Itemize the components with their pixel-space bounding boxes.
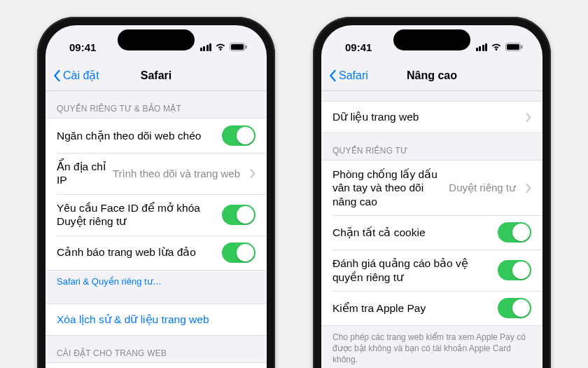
settings-content: Quyền riêng tư & bảo mật Ngăn chặn theo … <box>46 91 267 368</box>
cellular-icon <box>476 43 488 51</box>
group-privacy: Ngăn chặn theo dõi web chéo Ẩn địa chỉ I… <box>46 118 267 271</box>
toggle-switch[interactable] <box>222 205 255 225</box>
row-label: Đánh giá quảng cáo bảo vệ quyền riêng tư <box>332 257 491 284</box>
row-label: Dữ liệu trang web <box>332 110 519 123</box>
back-button[interactable]: Safari <box>328 69 368 82</box>
row-hide-ip[interactable]: Ẩn địa chỉ IP Trình theo dõi và trang we… <box>46 153 267 194</box>
svg-rect-5 <box>522 46 523 49</box>
chevron-left-icon <box>52 69 61 82</box>
svg-rect-4 <box>507 44 519 50</box>
wifi-icon <box>491 43 502 51</box>
toggle-switch[interactable] <box>222 125 255 146</box>
chevron-right-icon <box>526 184 531 193</box>
page-title: Safari <box>141 69 172 82</box>
row-prevent-cross-site-tracking[interactable]: Ngăn chặn theo dõi web chéo <box>46 118 267 153</box>
row-require-faceid[interactable]: Yêu cầu Face ID để mở khóa Duyệt riêng t… <box>46 194 267 236</box>
row-fraudulent-warning[interactable]: Cảnh báo trang web lừa đảo <box>46 236 267 270</box>
back-button[interactable]: Cài đặt <box>52 69 99 82</box>
phone-left: 09:41 Cài đặt Safari Quyền riêng tư & bả… <box>37 17 275 368</box>
row-check-apple-pay[interactable]: Kiểm tra Apple Pay <box>321 291 542 325</box>
phone-right: 09:41 Safari Nâng cao Dữ liệu <box>313 17 551 368</box>
row-label: Cảnh báo trang web lừa đảo <box>57 245 215 259</box>
privacy-footer-link[interactable]: Safari & Quyền riêng tư… <box>46 271 267 289</box>
toggle-switch[interactable] <box>222 243 255 263</box>
svg-rect-2 <box>246 46 247 49</box>
toggle-switch[interactable] <box>498 298 531 318</box>
section-header-website-settings: Cài đặt cho trang web <box>46 336 267 362</box>
row-value: Duyệt riêng tư <box>449 182 516 194</box>
nav-bar: Safari Nâng cao <box>321 60 542 91</box>
back-label: Safari <box>339 69 368 82</box>
row-label: Phòng chống lấy dấu vân tay và theo dõi … <box>332 168 442 208</box>
row-label: Chặn tất cả cookie <box>332 226 491 239</box>
status-time: 09:41 <box>345 41 372 53</box>
status-time: 09:41 <box>69 41 96 53</box>
battery-icon <box>230 43 247 51</box>
row-label: Xóa lịch sử & dữ liệu trang web <box>57 313 255 326</box>
chevron-right-icon <box>526 113 531 122</box>
row-label: Ngăn chặn theo dõi web chéo <box>57 129 215 142</box>
back-label: Cài đặt <box>63 69 99 82</box>
row-website-data[interactable]: Dữ liệu trang web <box>321 102 542 132</box>
section-header-privacy: Quyền riêng tư & bảo mật <box>46 91 267 118</box>
chevron-left-icon <box>328 69 337 82</box>
footer-description: Cho phép các trang web kiểm tra xem Appl… <box>321 326 542 367</box>
screen-left: 09:41 Cài đặt Safari Quyền riêng tư & bả… <box>46 25 267 368</box>
cellular-icon <box>200 43 212 51</box>
settings-content: Dữ liệu trang web Quyền riêng tư Phòng c… <box>321 91 542 368</box>
group-privacy-advanced: Phòng chống lấy dấu vân tay và theo dõi … <box>321 160 542 326</box>
svg-rect-1 <box>231 44 244 50</box>
battery-icon <box>505 43 523 51</box>
row-label: Ẩn địa chỉ IP <box>57 160 106 187</box>
row-block-all-cookies[interactable]: Chặn tất cả cookie <box>321 215 542 250</box>
dynamic-island <box>118 29 195 50</box>
group-website-data: Dữ liệu trang web <box>321 101 542 133</box>
nav-bar: Cài đặt Safari <box>46 60 267 91</box>
row-label: Yêu cầu Face ID để mở khóa Duyệt riêng t… <box>57 201 215 229</box>
row-label: Kiểm tra Apple Pay <box>332 301 491 315</box>
row-ad-measurement[interactable]: Đánh giá quảng cáo bảo vệ quyền riêng tư <box>321 250 542 291</box>
group-website-settings: Chia sẻ trên các thiết bị <box>46 362 267 369</box>
status-icons <box>476 43 524 51</box>
section-header-privacy: Quyền riêng tư <box>321 133 542 160</box>
wifi-icon <box>215 43 226 51</box>
page-title: Nâng cao <box>407 69 457 82</box>
row-advanced-tracking[interactable]: Phòng chống lấy dấu vân tay và theo dõi … <box>321 161 542 215</box>
row-value: Trình theo dõi và trang web <box>113 168 240 179</box>
toggle-switch[interactable] <box>498 260 531 280</box>
row-clear-history[interactable]: Xóa lịch sử & dữ liệu trang web <box>46 304 267 335</box>
dynamic-island <box>393 29 470 50</box>
chevron-right-icon <box>250 169 255 178</box>
group-clear-history: Xóa lịch sử & dữ liệu trang web <box>46 304 267 336</box>
status-icons <box>200 43 248 51</box>
screen-right: 09:41 Safari Nâng cao Dữ liệu <box>321 25 542 368</box>
row-share-across-devices[interactable]: Chia sẻ trên các thiết bị <box>46 363 267 369</box>
toggle-switch[interactable] <box>498 222 531 243</box>
